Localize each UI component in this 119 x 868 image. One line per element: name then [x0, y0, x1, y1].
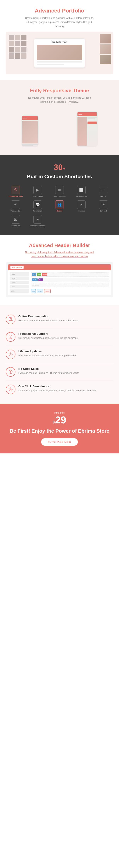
shortcode-label: Message Box: [10, 210, 21, 212]
shortcode-label: Gallery Item: [11, 225, 21, 227]
phone-left: ebrima: [21, 115, 39, 147]
header-builder-link[interactable]: custom preset and options: [58, 255, 88, 258]
shortcodes-section: 30 + Buit-in Custom Shortcodes ⏱ Countdo…: [0, 155, 119, 235]
shortcode-plus: +: [63, 166, 66, 171]
grid-cell: [21, 35, 26, 40]
shortcode-item: ◎ Carousel: [93, 200, 113, 212]
shortcode-item: 💬 Testimonials: [28, 200, 48, 212]
portfolio-main-card: Monday to Friday: [34, 39, 85, 67]
support-icon: [6, 332, 16, 342]
shortcode-label: Design Layouts: [53, 195, 66, 198]
shortcode-item: H Heading: [71, 200, 91, 212]
nocode-svg-icon: [8, 370, 13, 374]
documentation-text: Online Documentation Extensive informati…: [18, 315, 78, 322]
sidebar-item: Layout 2: [10, 281, 29, 284]
shortcode-label: Clients: [56, 210, 63, 212]
support-description: Our friendly support team is there if yo…: [18, 336, 78, 340]
portfolio-grid-left: [9, 35, 26, 59]
portfolio-card-title: Monday to Friday: [37, 41, 82, 43]
grid-cell: [15, 53, 20, 59]
updates-svg-icon: [8, 352, 13, 357]
countdown-tabs-icon: ⏱: [11, 186, 20, 194]
demo-description: Import all of pages, elements, widgets, …: [18, 389, 96, 392]
portfolio-card-lines: [37, 61, 82, 65]
shortcode-item: ✉ Message Box: [6, 200, 26, 212]
demo-icon: [6, 384, 16, 394]
grid-cell: [9, 35, 14, 40]
side-image: [100, 44, 111, 54]
documentation-description: Extensive information needed to install …: [18, 319, 78, 322]
demo-title: One Click Demo Import: [18, 384, 96, 388]
feature-item-documentation: Online Documentation Extensive informati…: [6, 311, 113, 328]
phone-text-left: [22, 144, 38, 146]
shortcode-label: Tabs Modules: [76, 195, 87, 198]
text-line: [88, 117, 97, 118]
feature-item-nocode: No Code Skills Everyone can use Ebrima W…: [6, 363, 113, 381]
icon-list-icon: ☰: [99, 186, 108, 194]
heading-icon: H: [77, 200, 86, 209]
grid-cell: [21, 41, 26, 46]
documentation-icon: [6, 315, 16, 324]
feature-item-updates: Lifetime Updates Free lifetime autoupdat…: [6, 346, 113, 363]
add-preset-button[interactable]: ADD PRESET: [10, 266, 24, 269]
shortcode-item: ≡ Three Line Horizontal: [28, 215, 48, 227]
phone-img-right: [77, 117, 87, 146]
updates-description: Free lifetime autoupdates ensuring theme…: [18, 354, 76, 357]
element-chip[interactable]: Cart: [31, 289, 36, 293]
nocode-description: Everyone can use Ebrima WP Theme with mi…: [18, 371, 79, 375]
portfolio-title: Advanced Portfolio: [6, 8, 113, 14]
grid-cell: [21, 53, 26, 59]
builder-content: Header Layout 1 Layout 2 Mobile Sticky L…: [8, 270, 111, 295]
responsive-description: No matter what kind of content you add, …: [25, 96, 94, 104]
block-search: Search: [42, 273, 47, 276]
shortcode-item: ▶ Video Popup: [28, 186, 48, 198]
support-title: Professional Support: [18, 332, 78, 335]
updates-title: Lifetime Updates: [18, 349, 76, 353]
shortcodes-title: Buit-in Custom Shortcodes: [6, 174, 113, 180]
text-line: [88, 119, 95, 119]
shortcode-item: ⬜ Tabs Modules: [71, 186, 91, 198]
builder-sidebar: Header Layout 1 Layout 2 Mobile Sticky: [10, 272, 29, 293]
support-svg-icon: [8, 335, 13, 339]
block-topbar: Top Bar: [32, 278, 38, 281]
element-chip[interactable]: Button: [44, 289, 50, 293]
builder-main: Logo Menu Search Top Bar Social + Add Ro…: [31, 272, 109, 293]
element-chip[interactable]: Search: [37, 289, 43, 293]
message-box-icon: ✉: [11, 200, 20, 209]
phone-screen-left: ebrima: [21, 115, 39, 147]
cta-dollar-sign: $: [53, 420, 55, 424]
phone-content-right: [77, 117, 97, 146]
grid-cell: [21, 47, 26, 53]
purchase-now-button[interactable]: PURCHASE NOW: [41, 438, 78, 446]
shortcode-label: Video Popup: [33, 195, 43, 198]
grid-cell: [15, 35, 20, 40]
shortcode-badge: 30 +: [54, 163, 65, 172]
block-social: Social: [39, 278, 43, 281]
shortcode-label: Heading: [78, 210, 85, 212]
sidebar-item: Mobile: [10, 285, 29, 288]
cta-intro: intro price: [6, 411, 113, 414]
clients-icon: 👥: [55, 200, 64, 209]
side-image: [100, 55, 111, 64]
phone-right: ebrima: [76, 111, 98, 147]
phone-brand-right: ebrima: [78, 114, 82, 115]
header-builder-section: Advanced Header Builder No coding skills…: [0, 235, 119, 305]
shortcode-label: Icon List: [100, 195, 106, 198]
shortcode-item: ⊞ Design Layouts: [49, 186, 69, 198]
portfolio-side-images: [100, 34, 111, 64]
sidebar-item: Layout 1: [10, 277, 29, 280]
feature-item-demo: One Click Demo Import Import all of page…: [6, 381, 113, 398]
grid-cell: [9, 47, 14, 53]
phones-mockup: ebrima ebrima: [6, 109, 113, 147]
shortcode-number: 30: [54, 163, 63, 172]
phone-header-right: ebrima: [77, 112, 97, 116]
shortcode-label: Carousel: [100, 210, 106, 212]
three-line-icon: ≡: [33, 215, 42, 224]
cta-price-amount: 29: [55, 415, 66, 425]
portfolio-description: Create unique portfolio and galleries wi…: [23, 16, 96, 28]
text-line: [88, 120, 93, 120]
grid-cell: [9, 53, 14, 59]
text-line: [37, 61, 82, 62]
grid-cell: [9, 41, 14, 46]
demo-text: One Click Demo Import Import all of page…: [18, 384, 96, 392]
